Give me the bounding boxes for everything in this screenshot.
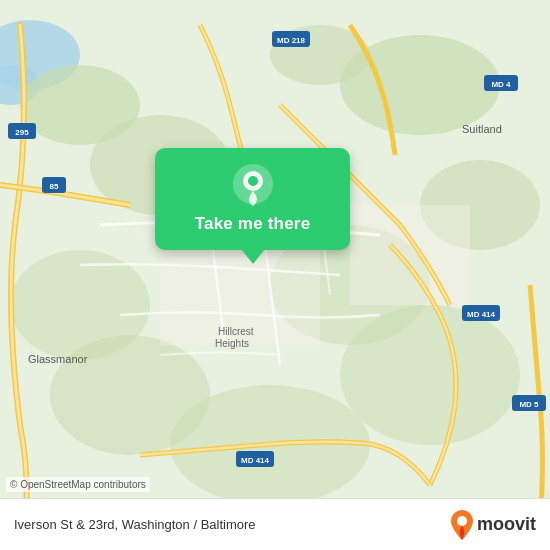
svg-text:Suitland: Suitland xyxy=(462,123,502,135)
location-pin-icon xyxy=(231,162,275,206)
svg-text:MD 5: MD 5 xyxy=(519,400,539,409)
svg-text:MD 414: MD 414 xyxy=(467,310,496,319)
moovit-pin-icon xyxy=(451,510,473,540)
svg-point-11 xyxy=(340,305,520,445)
svg-text:Glassmanor: Glassmanor xyxy=(28,353,88,365)
svg-text:Hillcrest: Hillcrest xyxy=(218,326,254,337)
svg-text:MD 414: MD 414 xyxy=(241,456,270,465)
moovit-logo: moovit xyxy=(451,510,536,540)
svg-text:MD 218: MD 218 xyxy=(277,36,306,45)
svg-rect-14 xyxy=(350,205,470,305)
svg-text:MD 4: MD 4 xyxy=(491,80,511,89)
svg-point-35 xyxy=(248,176,258,186)
copyright-text: © OpenStreetMap contributors xyxy=(6,477,150,492)
bottom-bar: Iverson St & 23rd, Washington / Baltimor… xyxy=(0,498,550,550)
map-svg: 295 85 MD 218 MD 4 MD 414 MD 414 MD 5 Su… xyxy=(0,0,550,550)
svg-point-36 xyxy=(457,516,467,526)
popup-card: Take me there xyxy=(155,148,350,250)
address-text: Iverson St & 23rd, Washington / Baltimor… xyxy=(14,517,256,532)
take-me-there-button[interactable]: Take me there xyxy=(195,214,311,234)
moovit-text: moovit xyxy=(477,514,536,535)
svg-text:295: 295 xyxy=(15,128,29,137)
map-container: 295 85 MD 218 MD 4 MD 414 MD 414 MD 5 Su… xyxy=(0,0,550,550)
svg-text:Heights: Heights xyxy=(215,338,249,349)
svg-text:85: 85 xyxy=(50,182,59,191)
